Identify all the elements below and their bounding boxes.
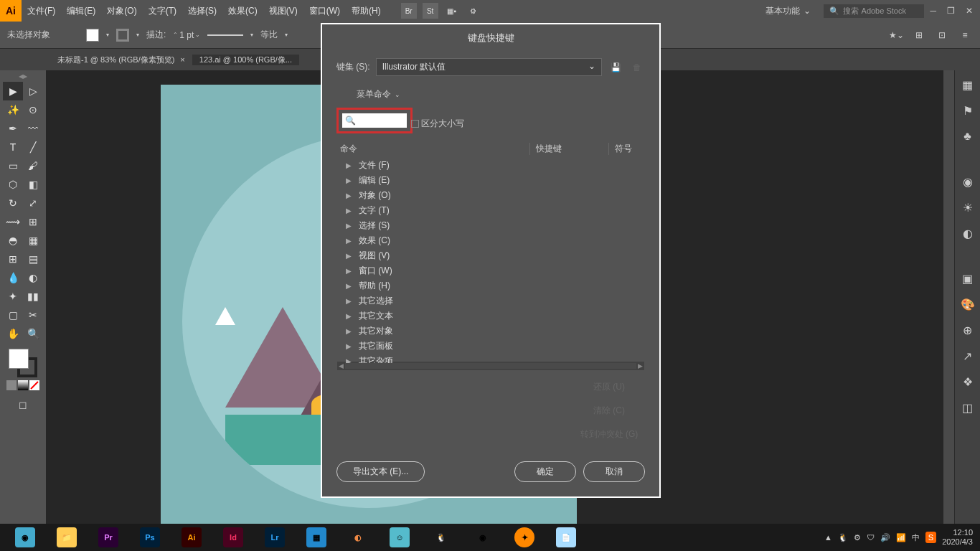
menu-file[interactable]: 文件(F) (22, 5, 61, 17)
category-dropdown[interactable]: 菜单命令⌄ (351, 87, 645, 102)
cancel-button[interactable]: 取消 (583, 461, 645, 482)
width-tool[interactable]: ⟿ (3, 212, 23, 231)
slice-tool[interactable]: ✂ (23, 306, 43, 324)
doc-tab-2[interactable]: 123.ai @ 100% (RGB/像... (192, 55, 299, 65)
arrange-icon[interactable]: ▦▪ (444, 3, 460, 19)
blend-tool[interactable]: ◐ (23, 268, 43, 287)
tray-network-icon[interactable]: 📶 (896, 533, 906, 542)
ok-button[interactable]: 确定 (514, 461, 576, 482)
layers-panel-icon[interactable]: ▣ (959, 270, 976, 287)
cc-panel-icon[interactable]: ◉ (959, 173, 976, 190)
mesh-tool[interactable]: ⊞ (3, 250, 23, 268)
scale-tool[interactable]: ⤢ (23, 194, 43, 212)
tray-icon[interactable]: 🛡 (867, 533, 875, 542)
symbol-sprayer-tool[interactable]: ✦ (3, 287, 23, 306)
taskbar-lightroom[interactable]: Lr (257, 526, 293, 549)
fill-stroke-control[interactable] (9, 349, 37, 377)
system-tray[interactable]: ▲ 🐧 ⚙ 🛡 🔊 📶 中 S 12:10 2020/4/3 (824, 528, 973, 547)
taskbar-qq[interactable]: 🐧 (423, 526, 459, 549)
menu-type[interactable]: 文字(T) (143, 5, 182, 17)
list-item[interactable]: ▶对象 (O) (337, 188, 644, 203)
taskbar-photoshop[interactable]: Ps (132, 526, 168, 549)
rotate-tool[interactable]: ↻ (3, 194, 23, 212)
stroke-weight-value[interactable]: ⌃1 pt⌄ (173, 30, 200, 40)
shape-builder-tool[interactable]: ◓ (3, 231, 23, 250)
fill-swatch[interactable] (86, 29, 99, 42)
taskbar-app1[interactable]: ▦ (298, 526, 334, 549)
eraser-tool[interactable]: ◧ (23, 175, 43, 194)
brushes-panel-icon[interactable]: ♣ (959, 128, 976, 145)
bridge-icon[interactable]: Br (401, 3, 417, 19)
save-set-icon[interactable]: 💾 (608, 60, 623, 75)
tray-icon[interactable]: ⚙ (854, 533, 861, 542)
menu-effect[interactable]: 效果(C) (222, 5, 263, 17)
taskbar-premiere[interactable]: Pr (90, 526, 126, 549)
delete-set-icon[interactable]: 🗑 (629, 60, 645, 75)
symbols-panel-icon[interactable]: ↗ (959, 347, 976, 364)
perspective-tool[interactable]: ▦ (23, 231, 43, 250)
menu-object[interactable]: 对象(O) (101, 5, 142, 17)
direct-selection-tool[interactable]: ▷ (23, 82, 43, 100)
properties-panel-icon[interactable]: ▦ (959, 76, 976, 93)
stroke-dropdown-icon[interactable]: ▾ (136, 32, 139, 38)
paintbrush-tool[interactable]: 🖌 (23, 156, 43, 175)
panel-collapse-icon[interactable]: ◀▶ (19, 73, 27, 79)
gradient-tool[interactable]: ▤ (23, 250, 43, 268)
shaper-tool[interactable]: ⬡ (3, 175, 23, 194)
color-panel-icon[interactable]: 🎨 (959, 296, 976, 313)
taskbar-indesign[interactable]: Id (215, 526, 251, 549)
fill-dropdown-icon[interactable]: ▾ (106, 32, 109, 38)
vertical-scrollbar[interactable] (943, 70, 954, 540)
minimize-button[interactable]: ─ (930, 6, 936, 16)
panel-icon[interactable]: ⊡ (934, 27, 950, 43)
menu-window[interactable]: 窗口(W) (303, 5, 346, 17)
graphic-styles-panel-icon[interactable]: ◐ (959, 225, 976, 242)
color-mode-solid[interactable] (6, 380, 17, 390)
line-tool[interactable]: ╱ (23, 138, 43, 156)
stroke-style[interactable] (207, 34, 243, 36)
list-item[interactable]: ▶文字 (T) (337, 203, 644, 218)
taskbar-app2[interactable]: ◐ (340, 526, 376, 549)
taskbar-notepad[interactable]: 📄 (548, 526, 584, 549)
list-item[interactable]: ▶视图 (V) (337, 248, 644, 263)
tray-sogou-icon[interactable]: S (925, 532, 936, 543)
rectangle-tool[interactable]: ▭ (3, 156, 23, 175)
list-item[interactable]: ▶其它面板 (337, 339, 644, 354)
selection-tool[interactable]: ▶ (3, 82, 23, 100)
graph-tool[interactable]: ▮▮ (23, 287, 43, 306)
list-item[interactable]: ▶其它文本 (337, 309, 644, 324)
export-text-button[interactable]: 导出文本 (E)... (336, 461, 425, 482)
tray-volume-icon[interactable]: 🔊 (880, 533, 890, 542)
taskbar-illustrator[interactable]: Ai (174, 526, 209, 549)
shortcut-set-dropdown[interactable]: Illustrator 默认值⌄ (376, 58, 602, 76)
list-item[interactable]: ▶其它对象 (337, 324, 644, 339)
taskbar-browser[interactable]: ◉ (7, 526, 43, 549)
doc-tab-1[interactable]: 未标题-1 @ 83% (RGB/像素预览)× (50, 55, 192, 65)
stroke-swatch[interactable] (116, 29, 129, 42)
list-item[interactable]: ▶帮助 (H) (337, 278, 644, 293)
list-item[interactable]: ▶选择 (S) (337, 218, 644, 233)
workspace-switcher[interactable]: 基本功能⌄ (758, 4, 818, 19)
list-item[interactable]: ▶窗口 (W) (337, 263, 644, 278)
hand-tool[interactable]: ✋ (3, 324, 23, 343)
prefs-icon[interactable]: ⊞ (911, 27, 927, 43)
command-column-header[interactable]: 命令 (337, 143, 529, 155)
list-item[interactable]: ▶文件 (F) (337, 158, 644, 173)
magic-wand-tool[interactable]: ✨ (3, 100, 23, 119)
taskbar-explorer[interactable]: 📁 (49, 526, 85, 549)
eyedropper-tool[interactable]: 💧 (3, 268, 23, 287)
menu-help[interactable]: 帮助(H) (346, 5, 387, 17)
list-item[interactable]: ▶效果 (C) (337, 233, 644, 248)
fill-color-box[interactable] (9, 349, 29, 369)
zoom-tool[interactable]: 🔍 (23, 324, 43, 343)
shortcut-search-input[interactable]: 🔍 (342, 113, 407, 128)
free-transform-tool[interactable]: ⊞ (23, 212, 43, 231)
menu-select[interactable]: 选择(S) (182, 5, 222, 17)
taskbar-app4[interactable]: ✦ (507, 526, 542, 549)
close-tab-icon[interactable]: × (180, 55, 184, 64)
tray-ime-icon[interactable]: 中 (912, 532, 920, 543)
appearance-panel-icon[interactable]: ☀ (959, 199, 976, 216)
libraries-panel-icon[interactable]: ⚑ (959, 102, 976, 119)
pen-tool[interactable]: ✒ (3, 119, 23, 138)
close-button[interactable]: ✕ (966, 6, 973, 16)
